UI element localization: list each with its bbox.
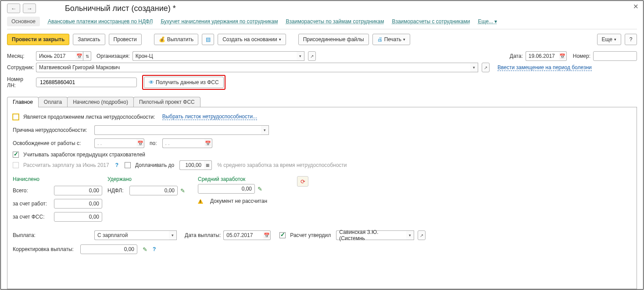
- get-fss-button[interactable]: 👁 Получить данные из ФСС: [144, 77, 224, 88]
- printer-icon: 🖨: [377, 36, 383, 42]
- number-label: Номер:: [573, 53, 590, 59]
- nav-more[interactable]: Еще... ▾: [478, 18, 497, 25]
- ndfl-label: НДФЛ:: [107, 187, 127, 194]
- pencil-icon[interactable]: ✎: [258, 186, 262, 192]
- month-input[interactable]: Июнь 2017: [36, 51, 91, 61]
- pay-extra-checkbox[interactable]: [125, 162, 131, 168]
- org-label: Организация:: [97, 53, 130, 59]
- consider-checkbox[interactable]: [13, 152, 19, 158]
- close-icon[interactable]: ✕: [633, 3, 639, 11]
- list-icon-button[interactable]: ▤: [202, 34, 214, 45]
- number-input[interactable]: [593, 51, 637, 61]
- reason-label: Причина нетрудоспособности:: [13, 127, 92, 133]
- help-icon[interactable]: ?: [115, 162, 118, 168]
- nav-main[interactable]: Основное: [7, 17, 40, 26]
- refresh-button[interactable]: ⟳: [297, 176, 308, 187]
- print-button[interactable]: 🖨 Печать ▾: [372, 34, 410, 45]
- date-label: Дата:: [510, 53, 523, 59]
- tab-main[interactable]: Главное: [7, 97, 39, 107]
- continuation-checkbox[interactable]: [13, 114, 19, 120]
- accrued-head: Начислено: [13, 176, 105, 182]
- pay-extra-input[interactable]: 100,00 ▦: [179, 160, 212, 170]
- ln-label: Номер ЛН:: [7, 76, 33, 88]
- not-calculated-label: Документ не рассчитан: [210, 198, 267, 204]
- nav-advances[interactable]: Авансовые платежи иностранцев по НДФЛ: [48, 18, 153, 25]
- create-based-button[interactable]: Создать на основании ▾: [218, 34, 286, 45]
- org-input[interactable]: Крон-Ц ▾: [132, 51, 304, 61]
- chevron-down-icon[interactable]: ▾: [297, 51, 304, 61]
- eye-icon: 👁: [149, 79, 154, 85]
- list-icon: ▤: [206, 36, 211, 42]
- tab-pilot[interactable]: Пилотный проект ФСС: [133, 97, 200, 107]
- employer-label: за счет работ:: [13, 201, 51, 207]
- release-to-input[interactable]: . .: [162, 138, 212, 148]
- pay-button[interactable]: 💰 Выплатить: [154, 34, 199, 45]
- calendar-icon[interactable]: [559, 51, 567, 61]
- post-button[interactable]: Провести: [109, 34, 142, 45]
- pay-extra-label: Доплачивать до: [135, 162, 174, 168]
- warning-icon: [198, 199, 203, 204]
- substitution-link[interactable]: Ввести замещение на период болезни: [497, 64, 592, 71]
- select-sheet-link[interactable]: Выбрать листок нетрудоспособности...: [162, 113, 258, 120]
- payout-date-input[interactable]: 05.07.2017: [223, 230, 271, 240]
- calendar-icon[interactable]: [204, 138, 212, 148]
- employee-label: Сотрудник:: [7, 64, 33, 71]
- calendar-icon[interactable]: [263, 230, 271, 240]
- tab-accrued[interactable]: Начислено (подробно): [67, 97, 134, 107]
- tab-payment[interactable]: Оплата: [38, 97, 68, 107]
- approved-label: Расчет утвердил: [290, 232, 331, 238]
- chevron-down-icon[interactable]: ▾: [470, 63, 478, 72]
- consider-label: Учитывать заработок предыдущих страховат…: [23, 152, 145, 158]
- calendar-icon[interactable]: [136, 138, 144, 148]
- nav-loans[interactable]: Взаиморасчеты по займам сотрудникам: [286, 18, 384, 25]
- nav-back-button[interactable]: ←: [7, 4, 20, 13]
- pencil-icon[interactable]: ✎: [143, 246, 147, 253]
- total-value[interactable]: 0,00: [54, 186, 102, 195]
- fss-label: за счет ФСС:: [13, 214, 51, 220]
- calendar-icon[interactable]: [75, 51, 83, 61]
- post-close-button[interactable]: Провести и закрыть: [7, 34, 69, 45]
- spinner-icon[interactable]: ▦: [204, 160, 212, 170]
- chevron-down-icon[interactable]: ▾: [169, 230, 177, 240]
- ln-input[interactable]: [36, 78, 137, 87]
- help-button[interactable]: ?: [625, 34, 637, 45]
- withheld-head: Удержано: [107, 176, 195, 182]
- avg-value[interactable]: 0,00: [198, 184, 255, 194]
- reason-input[interactable]: ▾: [94, 125, 269, 135]
- page-title: Больничный лист (создание) *: [65, 4, 176, 13]
- total-label: Всего:: [13, 187, 51, 194]
- open-employee-button[interactable]: ↗: [482, 63, 490, 72]
- continuation-label: Является продолжением листка нетрудоспос…: [23, 114, 155, 120]
- avg-head: Средний заработок: [198, 176, 294, 182]
- payout-label: Выплата:: [13, 232, 92, 238]
- approved-checkbox[interactable]: [279, 232, 286, 238]
- nav-accounting[interactable]: Бухучет начисления удержания по сотрудни…: [161, 18, 278, 25]
- approved-input[interactable]: Савинская З.Ю. (Системнь ▾: [336, 230, 414, 240]
- open-org-button[interactable]: ↗: [308, 51, 316, 61]
- more-button[interactable]: Еще ▾: [597, 34, 621, 45]
- write-button[interactable]: Записать: [73, 34, 105, 45]
- chevron-down-icon[interactable]: ▾: [261, 125, 269, 135]
- open-approver-button[interactable]: ↗: [418, 230, 426, 240]
- release-from-input[interactable]: . .: [94, 138, 144, 148]
- employee-input[interactable]: Матвиевский Григорий Маркович ▾: [36, 63, 478, 72]
- attached-files-button[interactable]: Присоединенные файлы: [298, 34, 369, 45]
- nav-forward-button[interactable]: →: [23, 4, 36, 13]
- calc-salary-label: Рассчитать зарплату за Июнь 2017: [23, 162, 109, 168]
- date-input[interactable]: 19.06.2017: [526, 51, 567, 61]
- spinner-icon[interactable]: [83, 51, 91, 61]
- nav-settlements[interactable]: Взаиморасчеты с сотрудниками: [392, 18, 470, 25]
- payout-date-label: Дата выплаты:: [185, 232, 221, 238]
- fss-value[interactable]: 0,00: [54, 212, 102, 222]
- correction-value[interactable]: 0,00: [80, 244, 137, 254]
- ndfl-value[interactable]: 0,00: [129, 186, 178, 195]
- payout-input[interactable]: С зарплатой ▾: [94, 230, 177, 240]
- help-icon[interactable]: ?: [153, 246, 156, 252]
- chevron-down-icon[interactable]: ▾: [406, 230, 414, 240]
- pencil-icon[interactable]: ✎: [180, 187, 185, 194]
- correction-label: Корректировка выплаты:: [13, 246, 78, 252]
- employer-value[interactable]: 0,00: [54, 199, 102, 209]
- release-from-label: Освобождение от работы с:: [13, 140, 92, 146]
- money-icon: 💰: [159, 36, 165, 42]
- month-label: Месяц:: [7, 53, 33, 59]
